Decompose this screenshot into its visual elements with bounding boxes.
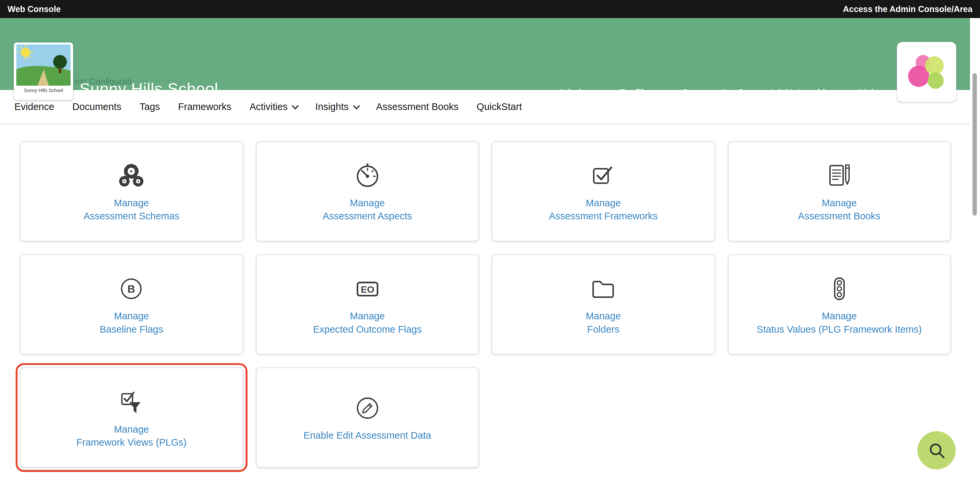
school-logo-image (16, 44, 71, 86)
card-manage-status-values[interactable]: Manage Status Values (PLG Framework Item… (728, 254, 950, 354)
card-manage-expected-outcome-flags[interactable]: EO Manage Expected Outcome Flags (256, 254, 479, 354)
card-manage-framework-views[interactable]: Manage Framework Views (PLGs) (20, 368, 243, 468)
card-label-line1: Manage (323, 196, 412, 209)
document-pencil-icon (824, 160, 854, 190)
tab-quickstart[interactable]: QuickStart (477, 101, 522, 113)
card-label-line2: Assessment Schemas (83, 209, 179, 222)
butterfly-logo-icon (904, 49, 949, 94)
card-manage-assessment-frameworks[interactable]: Manage Assessment Frameworks (492, 141, 715, 241)
scrollbar-track (970, 18, 980, 478)
nav-community-support[interactable]: Community, Support & Networking (682, 87, 837, 98)
svg-text:EO: EO (361, 284, 374, 294)
nav-help[interactable]: Help (859, 87, 879, 98)
school-logo: Sunny Hills School (14, 43, 73, 100)
card-label-line2: Assessment Aspects (323, 209, 412, 222)
header-nav: Admin Profile Community, Support & Netwo… (558, 87, 879, 98)
top-bar: Web Console Access the Admin Console/Are… (0, 0, 980, 18)
nav-profile[interactable]: Profile (620, 87, 659, 98)
nav-community-label: Community, Support & Networking (682, 87, 837, 98)
admin-console-link[interactable]: Access the Admin Console/Area (843, 4, 973, 14)
tab-insights[interactable]: Insights (315, 101, 358, 113)
folder-icon (588, 273, 618, 303)
traffic-light-icon (824, 273, 854, 303)
card-label-line2: Baseline Flags (100, 322, 163, 335)
card-label-line1: Manage (757, 309, 922, 322)
tab-evidence[interactable]: Evidence (14, 101, 54, 113)
web-console-label: Web Console (8, 4, 61, 14)
card-label-line2: Framework Views (PLGs) (76, 435, 187, 448)
search-button[interactable] (918, 431, 956, 469)
tab-frameworks[interactable]: Frameworks (178, 101, 231, 113)
search-icon (928, 441, 946, 460)
gauge-icon (352, 160, 382, 190)
nav-help-label: Help (859, 87, 879, 98)
nav-profile-label: Profile (620, 87, 649, 98)
gears-icon (116, 160, 146, 190)
card-enable-edit-assessment-data[interactable]: Enable Edit Assessment Data (256, 368, 479, 468)
checkbox-icon (588, 160, 618, 190)
card-label-line1: Manage (100, 309, 163, 322)
tab-tags[interactable]: Tags (139, 101, 160, 113)
card-grid: Manage Assessment Schemas (20, 141, 951, 468)
header: est Configurati Sunny Hills S (0, 18, 980, 90)
tab-documents[interactable]: Documents (72, 101, 121, 113)
tab-assessment-books[interactable]: Assessment Books (376, 101, 458, 113)
svg-text:B: B (128, 283, 135, 295)
scrollbar-thumb[interactable] (973, 73, 977, 216)
card-label-line1: Enable Edit Assessment Data (304, 429, 431, 442)
card-manage-assessment-books[interactable]: Manage Assessment Books (728, 141, 950, 241)
pencil-circle-icon (352, 393, 382, 423)
nav-admin-label: Admin (558, 87, 587, 98)
card-label-line1: Manage (76, 422, 187, 435)
card-label-line1: Manage (549, 196, 658, 209)
card-manage-baseline-flags[interactable]: B Manage Baseline Flags (20, 254, 243, 354)
chevron-down-icon (591, 87, 599, 95)
eo-icon: EO (352, 273, 382, 303)
web-console-page: Web Console Access the Admin Console/Are… (0, 0, 980, 478)
checkbox-filter-icon (116, 387, 146, 417)
card-manage-assessment-schemas[interactable]: Manage Assessment Schemas (20, 141, 243, 241)
card-manage-folders[interactable]: Manage Folders (492, 254, 715, 354)
brand-logo (897, 42, 956, 102)
card-label-line1: Manage (798, 196, 880, 209)
card-manage-assessment-aspects[interactable]: Manage Assessment Aspects (256, 141, 479, 241)
card-label-line2: Expected Outcome Flags (313, 322, 422, 335)
page-title: Sunny Hills School (80, 79, 218, 99)
tab-activities[interactable]: Activities (249, 101, 297, 113)
school-logo-caption: Sunny Hills School (24, 88, 63, 93)
card-label-line1: Manage (313, 309, 422, 322)
card-label-line2: Status Values (PLG Framework Items) (757, 322, 922, 335)
card-label-line1: Manage (83, 196, 179, 209)
card-label-line1: Manage (585, 309, 620, 322)
chevron-down-icon (292, 102, 299, 109)
content-area: Manage Assessment Schemas (0, 124, 980, 467)
card-label-line2: Assessment Frameworks (549, 209, 658, 222)
nav-admin[interactable]: Admin (558, 87, 597, 98)
card-label-line2: Assessment Books (798, 209, 880, 222)
circled-b-icon: B (116, 273, 146, 303)
chevron-down-icon (353, 102, 360, 109)
chevron-down-icon (653, 87, 661, 95)
card-label-line2: Folders (585, 322, 620, 335)
